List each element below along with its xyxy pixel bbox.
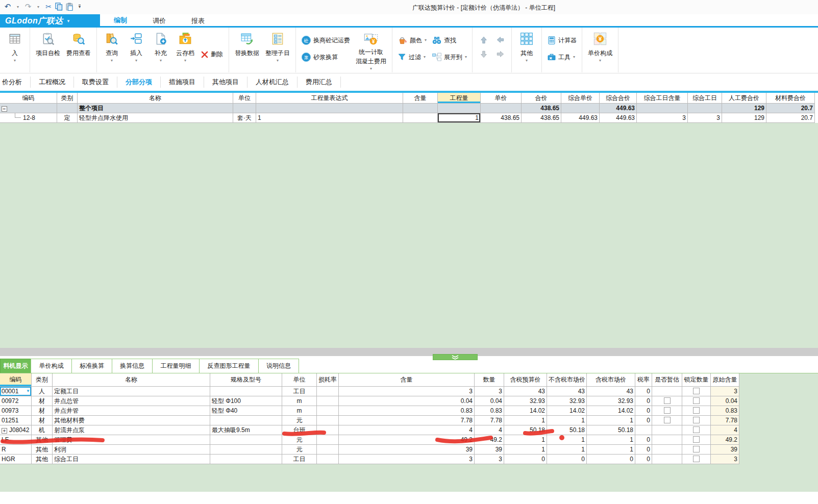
cell-tax_rate[interactable]: 0 bbox=[635, 416, 652, 425]
brand-logo[interactable]: GLodon广联达 ▾ bbox=[0, 14, 100, 28]
delete-button[interactable]: 删除 bbox=[197, 50, 226, 59]
cell-loss_rate[interactable] bbox=[317, 387, 339, 396]
cut-icon[interactable]: ✂ bbox=[45, 2, 52, 12]
cell-name[interactable]: 井点井管 bbox=[53, 406, 210, 416]
cell-name[interactable]: 定额工日 bbox=[53, 387, 210, 396]
column-header-lock_quantity[interactable]: 锁定数量 bbox=[682, 373, 711, 387]
cell-is_provisional[interactable] bbox=[652, 387, 682, 396]
column-header-qty_expr[interactable]: 工程量表达式 bbox=[256, 93, 403, 104]
cell-name[interactable]: 其他材料费 bbox=[53, 416, 210, 425]
cell-material_total[interactable]: 20.7 bbox=[766, 104, 815, 113]
cell-total_price[interactable]: 438.65 bbox=[522, 113, 561, 123]
cell-code[interactable]: LF bbox=[0, 435, 32, 445]
cell-market_price_untaxed[interactable]: 1 bbox=[547, 416, 587, 425]
cell-unit[interactable]: 元 bbox=[282, 416, 317, 425]
cell-qty[interactable] bbox=[438, 104, 481, 113]
unit-price-composition-button[interactable]: ¥单价构成▾ bbox=[585, 28, 615, 63]
fee-view-button[interactable]: 费用查看 bbox=[63, 28, 94, 58]
cell-code[interactable]: − bbox=[0, 104, 57, 113]
column-header-market_price_taxed[interactable]: 含税市场价 bbox=[587, 373, 635, 387]
cell-market_price_taxed[interactable]: 1 bbox=[587, 445, 635, 455]
cell-original_content[interactable]: 0.83 bbox=[711, 406, 739, 416]
column-header-name[interactable]: 名称 bbox=[78, 93, 233, 104]
horizontal-scrollbar[interactable] bbox=[0, 348, 818, 356]
bottom-tab-3[interactable]: 标准换算 bbox=[71, 359, 112, 373]
cell-is_provisional[interactable] bbox=[652, 445, 682, 455]
column-header-unit_price[interactable]: 单价 bbox=[481, 93, 522, 104]
cell-name[interactable]: 利润 bbox=[53, 445, 210, 455]
cell-name[interactable]: 轻型井点降水使用 bbox=[78, 113, 233, 123]
cell-market_price_taxed[interactable]: 0 bbox=[587, 455, 635, 464]
cell-budget_price_taxed[interactable]: 0 bbox=[504, 455, 547, 464]
cell-qty_expr[interactable] bbox=[256, 104, 403, 113]
nav-right-button[interactable] bbox=[494, 50, 506, 60]
cell-spec[interactable] bbox=[210, 387, 282, 396]
cell-category[interactable]: 定 bbox=[57, 113, 78, 123]
cell-quantity[interactable]: 3 bbox=[475, 387, 504, 396]
bottom-tab-5[interactable]: 工程量明细 bbox=[152, 359, 200, 373]
cell-unit[interactable]: 台班 bbox=[282, 425, 317, 435]
cell-quantity[interactable]: 49.2 bbox=[475, 435, 504, 445]
column-header-loss_rate[interactable]: 损耗率 bbox=[317, 373, 339, 387]
cell-content[interactable] bbox=[403, 104, 438, 113]
color-button[interactable]: 颜色▾ bbox=[395, 35, 429, 45]
column-header-tax_rate[interactable]: 税率 bbox=[635, 373, 652, 387]
cell-loss_rate[interactable] bbox=[317, 416, 339, 425]
cell-name[interactable]: 射流井点泵 bbox=[53, 425, 210, 435]
cell-total_price[interactable]: 438.65 bbox=[522, 104, 561, 113]
sheet-tab-2[interactable]: 工程概况 bbox=[31, 77, 74, 88]
column-header-total_price[interactable]: 合价 bbox=[522, 93, 561, 104]
cell-lock_quantity[interactable] bbox=[682, 445, 711, 455]
undo-icon[interactable]: ↶ bbox=[4, 2, 11, 12]
column-header-market_price_untaxed[interactable]: 不含税市场价 bbox=[547, 373, 587, 387]
cell-tax_rate[interactable]: 0 bbox=[635, 445, 652, 455]
cell-labor_total[interactable]: 129 bbox=[722, 113, 766, 123]
unified-concrete-fee-button[interactable]: ¥统一计取混凝土费用▾ bbox=[353, 28, 389, 71]
column-header-code[interactable]: 编码 bbox=[0, 93, 57, 104]
cell-market_price_untaxed[interactable]: 32.93 bbox=[547, 396, 587, 406]
other-button[interactable]: 其他▾ bbox=[514, 28, 539, 63]
commercial-concrete-freight-button[interactable]: 砼换商砼记运费 bbox=[299, 35, 353, 45]
cell-code[interactable]: 00001▼ bbox=[0, 387, 32, 396]
cell-market_price_taxed[interactable]: 32.93 bbox=[587, 396, 635, 406]
bottom-tab-7[interactable]: 说明信息 bbox=[258, 359, 299, 373]
cell-loss_rate[interactable] bbox=[317, 455, 339, 464]
redo-icon[interactable]: ↷ bbox=[24, 2, 32, 12]
column-header-labor_total[interactable]: 人工费合价 bbox=[722, 93, 766, 104]
cell-content[interactable] bbox=[403, 113, 438, 123]
cell-loss_rate[interactable] bbox=[317, 445, 339, 455]
cell-comp_workday_content[interactable] bbox=[637, 104, 688, 113]
cell-original_content[interactable]: 3 bbox=[711, 455, 739, 464]
ribbon-tab-2[interactable]: 调价 bbox=[140, 14, 179, 28]
cell-code[interactable]: 01251 bbox=[0, 416, 32, 425]
collapse-icon[interactable]: − bbox=[2, 106, 7, 112]
cell-lock_quantity[interactable] bbox=[682, 425, 711, 435]
column-header-comp_workday[interactable]: 综合工日 bbox=[688, 93, 722, 104]
cell-comp_workday[interactable] bbox=[688, 104, 722, 113]
cell-category[interactable] bbox=[57, 104, 78, 113]
cell-unit[interactable]: 工日 bbox=[282, 387, 317, 396]
cell-unit[interactable]: 元 bbox=[282, 445, 317, 455]
column-header-spec[interactable]: 规格及型号 bbox=[210, 373, 282, 387]
cell-original_content[interactable]: 0.04 bbox=[711, 396, 739, 406]
cell-quantity[interactable]: 4 bbox=[475, 425, 504, 435]
cell-tax_rate[interactable]: 0 bbox=[635, 396, 652, 406]
sheet-tab-6[interactable]: 其他项目 bbox=[204, 77, 247, 88]
cell-name[interactable]: 综合工日 bbox=[53, 455, 210, 464]
checkbox-unchecked[interactable] bbox=[693, 436, 700, 443]
cell-category[interactable]: 其他 bbox=[32, 435, 53, 445]
sheet-tab-7[interactable]: 人材机汇总 bbox=[247, 77, 298, 88]
cell-market_price_untaxed[interactable]: 1 bbox=[547, 445, 587, 455]
cell-market_price_taxed[interactable]: 43 bbox=[587, 387, 635, 396]
mortar-conversion-button[interactable]: 浆砂浆换算 bbox=[299, 52, 353, 62]
cell-is_provisional[interactable] bbox=[652, 455, 682, 464]
replace-data-button[interactable]: 替换数据 bbox=[232, 28, 262, 58]
cell-market_price_untaxed[interactable]: 0 bbox=[547, 455, 587, 464]
cell-category[interactable]: 其他 bbox=[32, 445, 53, 455]
cell-qty_expr[interactable]: 1 bbox=[256, 113, 403, 123]
cell-is_provisional[interactable] bbox=[652, 425, 682, 435]
cell-budget_price_taxed[interactable]: 1 bbox=[504, 445, 547, 455]
sheet-tab-1[interactable]: 价分析 bbox=[0, 77, 31, 88]
brand-menu-caret-icon[interactable]: ▾ bbox=[67, 18, 70, 23]
cell-comp_total_price[interactable]: 449.63 bbox=[600, 113, 637, 123]
